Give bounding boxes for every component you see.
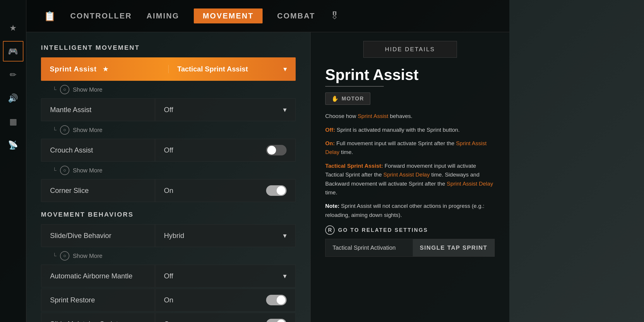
motor-badge: ✋ MOTOR <box>325 93 370 105</box>
slide-dive-value-area: Hybrid ▾ <box>155 225 295 247</box>
main-content: 📋 CONTROLLER AIMING MOVEMENT COMBAT 🎖 IN… <box>26 0 509 322</box>
detail-content: Sprint Assist ✋ MOTOR Choose how Sprint … <box>311 58 509 322</box>
detail-off-description: Off: Sprint is activated manually with t… <box>325 126 495 134</box>
crouch-assist-label: Crouch Assist <box>41 146 155 154</box>
corner-icon-2: └ <box>53 127 56 133</box>
nav-icon-left: 📋 <box>44 11 56 22</box>
slide-maintains-sprint-row[interactable]: Slide Maintains Sprint On <box>41 313 296 322</box>
corner-slice-value: On <box>164 186 173 195</box>
crouch-assist-value-area: Off <box>155 139 295 161</box>
slide-maintains-sprint-label: Slide Maintains Sprint <box>41 320 155 322</box>
corner-slice-label: Corner Slice <box>41 186 155 195</box>
intelligent-movement-title: INTELLIGENT MOVEMENT <box>41 44 296 52</box>
sprint-restore-toggle[interactable] <box>266 295 287 305</box>
circle-button-1: ○ <box>60 85 69 94</box>
crouch-assist-row[interactable]: Crouch Assist Off <box>41 139 296 162</box>
slide-maintains-sprint-value-area: On <box>155 313 295 322</box>
corner-slice-value-area: On <box>155 179 295 202</box>
tactical-highlight1: Sprint Assist Delay <box>383 172 430 178</box>
automatic-airborne-mantle-value-area: Off ▾ <box>155 265 295 287</box>
crouch-assist-toggle[interactable] <box>266 145 287 155</box>
sidebar-item-edit[interactable]: ✏ <box>3 64 23 85</box>
sprint-restore-row[interactable]: Sprint Restore On <box>41 289 296 311</box>
corner-icon-1: └ <box>53 87 56 93</box>
corner-slice-row[interactable]: Corner Slice On <box>41 179 296 202</box>
corner-slice-toggle-knob <box>277 186 285 195</box>
slide-maintains-sprint-toggle-knob <box>277 320 285 322</box>
tactical-label: Tactical Sprint Assist: <box>325 163 383 169</box>
intro-end: behaves. <box>388 113 412 119</box>
sidebar-item-controller[interactable]: 🎮 <box>3 41 23 61</box>
sprint-assist-star-icon: ★ <box>102 65 109 73</box>
circle-button-2: ○ <box>60 125 69 135</box>
tab-controller[interactable]: CONTROLLER <box>70 8 132 23</box>
show-more-4-label: Show More <box>73 253 102 259</box>
show-more-1-row[interactable]: └ ○ Show More <box>41 82 296 97</box>
settings-panel: INTELLIGENT MOVEMENT Sprint Assist ★ Tac… <box>26 32 310 322</box>
automatic-airborne-mantle-value: Off <box>164 272 173 280</box>
sidebar-item-network[interactable]: 📡 <box>3 135 23 155</box>
circle-button-3: ○ <box>60 166 69 175</box>
tab-movement[interactable]: MOVEMENT <box>194 8 262 23</box>
on-text: Full movement input will activate Sprint… <box>335 140 456 146</box>
related-item-0[interactable]: Tactical Sprint Activation SINGLE TAP SP… <box>325 239 495 257</box>
mantle-assist-value: Off <box>164 106 173 114</box>
slide-dive-label: Slide/Dive Behavior <box>41 232 155 240</box>
automatic-airborne-mantle-chevron-icon: ▾ <box>283 272 287 280</box>
show-more-4-row[interactable]: └ ○ Show More <box>41 248 296 263</box>
detail-intro: Choose how Sprint Assist behaves. <box>325 112 495 121</box>
show-more-3-row[interactable]: └ ○ Show More <box>41 163 296 178</box>
tab-combat[interactable]: COMBAT <box>277 8 315 23</box>
detail-title: Sprint Assist <box>325 66 495 83</box>
sidebar: ★ 🎮 ✏ 🔊 ▦ 📡 <box>0 0 26 322</box>
top-navigation: 📋 CONTROLLER AIMING MOVEMENT COMBAT 🎖 <box>26 0 509 32</box>
slide-maintains-sprint-value: On <box>164 320 173 322</box>
off-label: Off: <box>325 127 335 133</box>
sprint-assist-left: Sprint Assist ★ <box>41 65 168 73</box>
slide-maintains-sprint-toggle[interactable] <box>266 319 287 322</box>
crouch-assist-toggle-knob <box>267 146 276 155</box>
mantle-assist-row[interactable]: Mantle Assist Off ▾ <box>41 98 296 121</box>
related-settings-title: GO TO RELATED SETTINGS <box>338 227 428 233</box>
corner-icon-3: └ <box>53 167 56 174</box>
sprint-assist-chevron-icon: ▾ <box>283 65 287 73</box>
show-more-2-label: Show More <box>73 127 102 133</box>
mantle-assist-chevron-icon: ▾ <box>283 106 287 114</box>
note-label: Note: <box>325 203 340 209</box>
corner-slice-toggle[interactable] <box>266 185 287 196</box>
mantle-assist-value-area: Off ▾ <box>155 99 295 121</box>
circle-button-4: ○ <box>60 251 69 261</box>
sprint-assist-row[interactable]: Sprint Assist ★ Tactical Sprint Assist ▾ <box>41 57 296 81</box>
intro-text: Choose how <box>325 113 358 119</box>
tab-aiming[interactable]: AIMING <box>147 8 179 23</box>
note-text: Sprint Assist will not cancel other acti… <box>325 203 484 218</box>
sidebar-item-favorites[interactable]: ★ <box>3 18 23 38</box>
sidebar-item-display[interactable]: ▦ <box>3 111 23 132</box>
sprint-assist-right: Tactical Sprint Assist ▾ <box>168 65 296 73</box>
motor-badge-text: MOTOR <box>342 96 364 102</box>
sprint-restore-toggle-knob <box>277 296 285 304</box>
on-text2: time. <box>340 149 353 155</box>
sprint-restore-value: On <box>164 296 173 304</box>
sprint-restore-value-area: On <box>155 289 295 311</box>
detail-note: Note: Sprint Assist will not cancel othe… <box>325 202 495 220</box>
detail-tactical-description: Tactical Sprint Assist: Forward movement… <box>325 162 495 197</box>
movement-behaviors-title: MOVEMENT BEHAVIORS <box>41 211 296 218</box>
r-badge-icon: R <box>325 225 335 235</box>
slide-dive-row[interactable]: Slide/Dive Behavior Hybrid ▾ <box>41 224 296 247</box>
content-area: INTELLIGENT MOVEMENT Sprint Assist ★ Tac… <box>26 32 509 322</box>
show-more-2-row[interactable]: └ ○ Show More <box>41 122 296 138</box>
motor-icon: ✋ <box>331 95 339 102</box>
mantle-assist-label: Mantle Assist <box>41 106 155 114</box>
related-settings: R GO TO RELATED SETTINGS Tactical Sprint… <box>325 225 495 257</box>
corner-icon-4: └ <box>53 253 56 259</box>
related-item-0-value: SINGLE TAP SPRINT <box>413 239 494 256</box>
related-header: R GO TO RELATED SETTINGS <box>325 225 495 235</box>
details-panel: HIDE DETAILS Sprint Assist ✋ MOTOR Choos… <box>310 32 509 322</box>
related-item-0-label: Tactical Sprint Activation <box>326 239 413 256</box>
off-text: Sprint is activated manually with the Sp… <box>335 127 460 133</box>
nav-icon-right: 🎖 <box>330 11 339 21</box>
automatic-airborne-mantle-row[interactable]: Automatic Airborne Mantle Off ▾ <box>41 265 296 287</box>
sidebar-item-audio[interactable]: 🔊 <box>3 88 23 108</box>
hide-details-button[interactable]: HIDE DETAILS <box>363 41 457 58</box>
